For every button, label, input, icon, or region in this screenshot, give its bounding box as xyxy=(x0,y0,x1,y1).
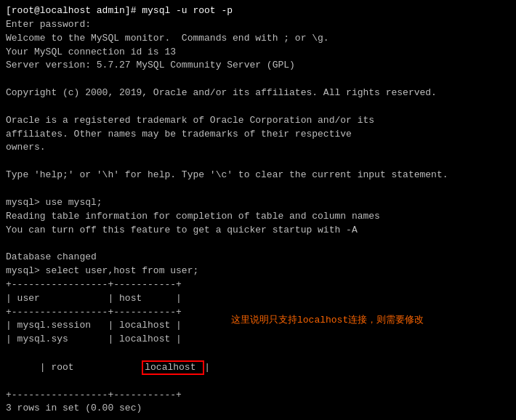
table-row-3: | root localhost | xyxy=(6,347,510,389)
copyright-line: Copyright (c) 2000, 2019, Oracle and/or … xyxy=(6,86,510,100)
blank-4 xyxy=(6,182,510,196)
connection-id: Your MySQL connection id is 13 xyxy=(6,46,510,60)
rows-in-set: 3 rows in set (0.00 sec) xyxy=(6,402,510,416)
db-changed: Database changed xyxy=(6,251,510,264)
row3-end: | xyxy=(204,362,210,373)
blank-2 xyxy=(6,100,510,114)
blank-5 xyxy=(6,237,510,251)
blank-6 xyxy=(6,416,510,420)
table-header: | user | host | xyxy=(6,292,510,306)
oracle-line-1: Oracle is a registered trademark of Orac… xyxy=(6,114,510,128)
reading-table: Reading table information for completion… xyxy=(6,210,510,224)
oracle-line-2: affiliates. Other names may be trademark… xyxy=(6,128,510,142)
blank-1 xyxy=(6,73,510,86)
table-row-2: | mysql.sys | localhost | xyxy=(6,333,510,347)
server-version: Server version: 5.7.27 MySQL Community S… xyxy=(6,59,510,73)
table-border-bottom: +-----------------+-----------+ xyxy=(6,389,510,403)
table-border-top: +-----------------+-----------+ xyxy=(6,278,510,292)
row3-user: | root xyxy=(40,362,142,373)
terminal: [root@localhost admin]# mysql -u root -p… xyxy=(0,0,516,420)
select-command: mysql> select user,host from user; xyxy=(6,264,510,278)
enter-password: Enter password: xyxy=(6,18,510,32)
table-section: +-----------------+-----------+ | user |… xyxy=(6,278,510,403)
row3-host-box: localhost xyxy=(142,360,204,375)
welcome-line: Welcome to the MySQL monitor. Commands e… xyxy=(6,32,510,46)
blank-3 xyxy=(6,155,510,169)
help-line: Type 'help;' or '\h' for help. Type '\c'… xyxy=(6,169,510,182)
command-line: [root@localhost admin]# mysql -u root -p xyxy=(6,4,510,18)
use-mysql-cmd: mysql> use mysql; xyxy=(6,196,510,210)
turn-off-feature: You can turn off this feature to get a q… xyxy=(6,224,510,238)
oracle-line-3: owners. xyxy=(6,141,510,155)
annotation-text: 这里说明只支持localhost连接，则需要修改 xyxy=(231,313,424,326)
